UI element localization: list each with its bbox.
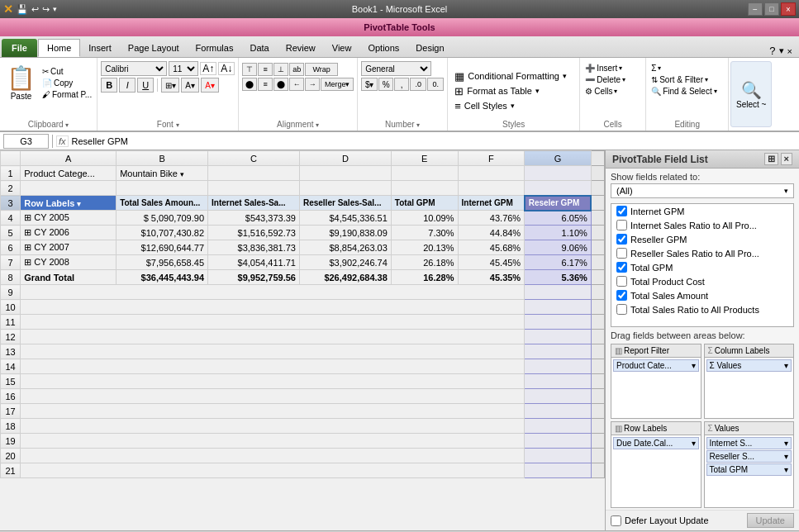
cell-C1[interactable] (208, 166, 300, 181)
col-header-G[interactable]: G (525, 151, 592, 166)
cell-styles-btn[interactable]: ≡Cell Styles ▾ (451, 99, 576, 113)
font-increase-btn[interactable]: A↑ (200, 62, 216, 75)
cell-D7[interactable]: $3,902,246.74 (299, 255, 391, 270)
tab-options[interactable]: Options (359, 39, 407, 57)
quick-access-redo[interactable]: ↪ (42, 4, 50, 15)
field-total-product-cost-checkbox[interactable] (616, 276, 627, 287)
col-header-F[interactable]: F (458, 151, 525, 166)
cell-B1[interactable]: Mountain Bike ▾ (117, 166, 208, 181)
row-header-8[interactable]: 8 (1, 270, 21, 285)
copy-button[interactable]: 📄 Copy (40, 78, 93, 88)
minimize-btn[interactable]: − (748, 2, 763, 16)
value-item-reseller-s[interactable]: Reseller S...▾ (706, 450, 792, 463)
report-filter-item[interactable]: Product Cate...▾ (613, 359, 699, 372)
tab-insert[interactable]: Insert (80, 39, 120, 57)
cell-B7[interactable]: $7,956,658.45 (117, 255, 208, 270)
field-total-gpm-checkbox[interactable] (616, 262, 627, 273)
cell-G8[interactable]: 5.36% (525, 270, 592, 285)
field-total-product-cost[interactable]: Total Product Cost (611, 274, 793, 288)
cell-E8[interactable]: 16.28% (391, 270, 458, 285)
cell-E7[interactable]: 26.18% (391, 255, 458, 270)
close-workbook-btn[interactable]: × (787, 46, 792, 56)
indent-decrease-btn[interactable]: ← (289, 78, 304, 91)
font-name-select[interactable]: Calibri (101, 61, 167, 76)
cell-E4[interactable]: 10.09% (391, 211, 458, 226)
field-internet-sales-ratio-checkbox[interactable] (616, 220, 627, 230)
underline-button[interactable]: U (137, 78, 154, 93)
tab-file[interactable]: File (2, 39, 37, 57)
defer-checkbox[interactable] (611, 515, 621, 526)
tab-design[interactable]: Design (407, 39, 452, 57)
value-item-internet-s[interactable]: Internet S...▾ (706, 437, 792, 449)
cell-F2[interactable] (458, 181, 525, 196)
field-reseller-gpm[interactable]: Reseller GPM (611, 232, 793, 246)
format-painter-button[interactable]: 🖌 Format P... (40, 89, 93, 100)
row-header-6[interactable]: 6 (1, 240, 21, 255)
cell-G2[interactable] (525, 181, 592, 196)
cell-D3[interactable]: Reseller Sales-Sal... (299, 196, 391, 211)
cell-C2[interactable] (208, 181, 300, 196)
ribbon-toggle[interactable]: ▾ (779, 45, 784, 56)
cell-A7[interactable]: ⊞ CY 2008 (21, 255, 117, 270)
borders-button[interactable]: ⊞▾ (161, 78, 179, 93)
field-total-sales-amount-checkbox[interactable] (616, 290, 627, 301)
cell-B2[interactable] (117, 181, 208, 196)
row-header-5[interactable]: 5 (1, 226, 21, 240)
pivot-source-dropdown[interactable]: (All) ▾ (611, 183, 794, 198)
field-internet-gpm[interactable]: Internet GPM (611, 204, 793, 218)
decimal-decrease-btn[interactable]: 0. (427, 78, 444, 91)
sum-btn[interactable]: Σ ▾ (649, 63, 718, 74)
insert-btn[interactable]: ➕ Insert ▾ (583, 63, 627, 74)
field-reseller-sales-ratio-checkbox[interactable] (616, 248, 627, 259)
field-total-gpm[interactable]: Total GPM (611, 260, 793, 274)
col-header-C[interactable]: C (208, 151, 300, 166)
cell-C4[interactable]: $543,373.39 (208, 211, 300, 226)
align-bottom-btn[interactable]: ⊥ (273, 63, 288, 76)
wrap-text-btn[interactable]: Wrap (305, 63, 338, 76)
row-header-4[interactable]: 4 (1, 211, 21, 226)
cell-F3[interactable]: Internet GPM (458, 196, 525, 211)
formula-input[interactable] (72, 136, 796, 146)
align-center-btn[interactable]: ≡ (258, 78, 273, 91)
tab-formulas[interactable]: Formulas (188, 39, 242, 57)
align-left-btn[interactable]: ⬤ (242, 78, 257, 91)
cell-F4[interactable]: 43.76% (458, 211, 525, 226)
text-orientation-btn[interactable]: ab (289, 63, 304, 76)
maximize-btn[interactable]: □ (764, 2, 779, 16)
col-header-A[interactable]: A (21, 151, 117, 166)
cell-G6[interactable]: 9.06% (525, 240, 592, 255)
pivot-arrange-btn[interactable]: ⊞ (764, 153, 778, 165)
cell-D5[interactable]: $9,190,838.09 (299, 226, 391, 240)
sort-filter-btn[interactable]: ⇅ Sort & Filter ▾ (649, 74, 718, 85)
close-btn[interactable]: × (781, 2, 796, 16)
cell-B6[interactable]: $12,690,644.77 (117, 240, 208, 255)
cell-F8[interactable]: 45.35% (458, 270, 525, 285)
cell-C6[interactable]: $3,836,381.73 (208, 240, 300, 255)
column-labels-item[interactable]: Σ Values▾ (706, 359, 792, 372)
row-labels-item[interactable]: Due Date.Cal...▾ (613, 437, 699, 449)
cell-G1[interactable] (525, 166, 592, 181)
cell-C3[interactable]: Internet Sales-Sa... (208, 196, 300, 211)
align-middle-btn[interactable]: ≡ (258, 63, 273, 76)
cell-A8[interactable]: Grand Total (21, 270, 117, 285)
cell-G7[interactable]: 6.17% (525, 255, 592, 270)
cell-B4[interactable]: $ 5,090,709.90 (117, 211, 208, 226)
row-header-3[interactable]: 3 (1, 196, 21, 211)
cut-button[interactable]: ✂ Cut (40, 66, 93, 77)
cell-G4[interactable]: 6.05% (525, 211, 592, 226)
cell-D6[interactable]: $8,854,263.03 (299, 240, 391, 255)
format-btn[interactable]: ⚙ Cells ▾ (583, 86, 627, 97)
field-internet-gpm-checkbox[interactable] (616, 206, 627, 216)
currency-btn[interactable]: $▾ (361, 78, 378, 91)
cell-F6[interactable]: 45.68% (458, 240, 525, 255)
cell-A4[interactable]: ⊞ CY 2005 (21, 211, 117, 226)
cell-reference-box[interactable] (3, 134, 49, 149)
percent-btn[interactable]: % (378, 78, 393, 91)
cell-D2[interactable] (299, 181, 391, 196)
format-as-table-btn[interactable]: ⊞Format as Table ▾ (451, 84, 576, 98)
merge-cells-btn[interactable]: Merge▾ (321, 78, 354, 91)
comma-btn[interactable]: , (394, 78, 409, 91)
field-total-sales-ratio-checkbox[interactable] (616, 304, 627, 315)
tab-pagelayout[interactable]: Page Layout (120, 39, 188, 57)
quick-access-more[interactable]: ▾ (53, 5, 57, 13)
